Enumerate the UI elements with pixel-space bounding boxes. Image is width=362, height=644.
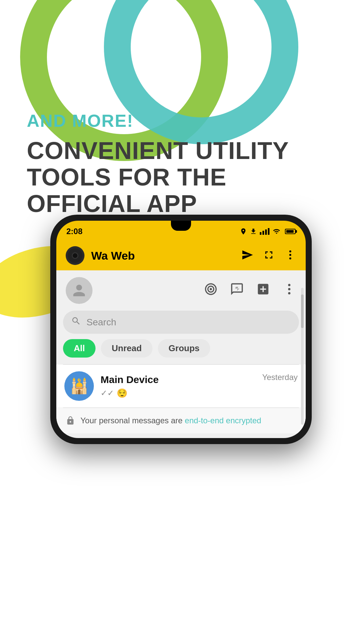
send-icon[interactable] <box>241 249 253 263</box>
svg-point-6 <box>288 288 291 290</box>
scrollbar-thumb <box>301 294 304 328</box>
profile-action-row <box>56 270 306 311</box>
chat-time: Yesterday <box>262 371 298 382</box>
read-receipts: ✓✓ <box>101 388 114 398</box>
tab-unread[interactable]: Unread <box>101 339 153 358</box>
svg-point-3 <box>289 254 291 256</box>
battery-icon <box>285 229 296 234</box>
chat-avatar: 🕌 <box>64 371 94 401</box>
svg-point-5 <box>288 284 291 286</box>
chat-preview-emoji: 😌 <box>117 388 127 398</box>
fullscreen-icon[interactable] <box>263 249 275 263</box>
add-box-icon[interactable] <box>256 282 270 299</box>
status-icons <box>240 228 296 235</box>
chat-name: Main Device <box>101 374 255 385</box>
encryption-link[interactable]: end-to-end encrypted <box>185 416 261 425</box>
encryption-text: Your personal messages are end-to-end en… <box>80 416 261 425</box>
hero-text-section: AND MORE! CONVENIENT UTILITY TOOLS FOR T… <box>27 111 335 217</box>
camera-notch <box>171 221 191 231</box>
phone-mockup: 2:08 <box>50 215 312 444</box>
more-vertical-icon[interactable] <box>284 249 296 263</box>
svg-point-2 <box>289 250 291 252</box>
header-icons <box>241 249 296 263</box>
tab-groups[interactable]: Groups <box>158 339 210 358</box>
search-bar[interactable]: Search <box>63 311 299 334</box>
wifi-icon <box>272 228 281 235</box>
signal-icon <box>260 228 269 235</box>
search-placeholder: Search <box>86 317 116 328</box>
profile-actions <box>204 282 296 299</box>
phone-inner-screen: 2:08 <box>56 221 306 438</box>
encryption-notice: Your personal messages are end-to-end en… <box>56 408 306 433</box>
search-bar-container: Search <box>56 311 306 339</box>
hero-subtitle: AND MORE! <box>27 111 335 131</box>
target-icon[interactable] <box>204 282 218 299</box>
app-avatar <box>66 246 84 265</box>
chat-bubble-icon[interactable] <box>230 282 244 299</box>
svg-point-4 <box>289 257 291 259</box>
hero-heading: CONVENIENT UTILITY TOOLS FOR THE OFFICIA… <box>27 138 335 217</box>
profile-avatar[interactable] <box>66 277 93 304</box>
phone-outer-shell: 2:08 <box>50 215 312 444</box>
status-time: 2:08 <box>66 227 82 236</box>
chat-preview: ✓✓ 😌 <box>101 388 255 398</box>
svg-point-7 <box>288 292 291 294</box>
status-bar: 2:08 <box>56 221 306 241</box>
app-title: Wa Web <box>91 249 241 262</box>
chat-info: Main Device ✓✓ 😌 <box>101 374 255 398</box>
app-content: Search All Unread Groups 🕌 <box>56 270 306 438</box>
filter-tabs: All Unread Groups <box>56 339 306 364</box>
app-header: Wa Web <box>56 241 306 270</box>
search-icon <box>71 316 81 328</box>
download-icon <box>250 228 257 235</box>
location-icon <box>240 228 247 235</box>
more-vertical-icon-content[interactable] <box>282 282 296 299</box>
chat-list-item[interactable]: 🕌 Main Device ✓✓ 😌 Yesterday <box>56 365 306 408</box>
lock-icon <box>66 416 75 425</box>
scrollbar[interactable] <box>301 288 304 425</box>
tab-all[interactable]: All <box>63 339 96 358</box>
